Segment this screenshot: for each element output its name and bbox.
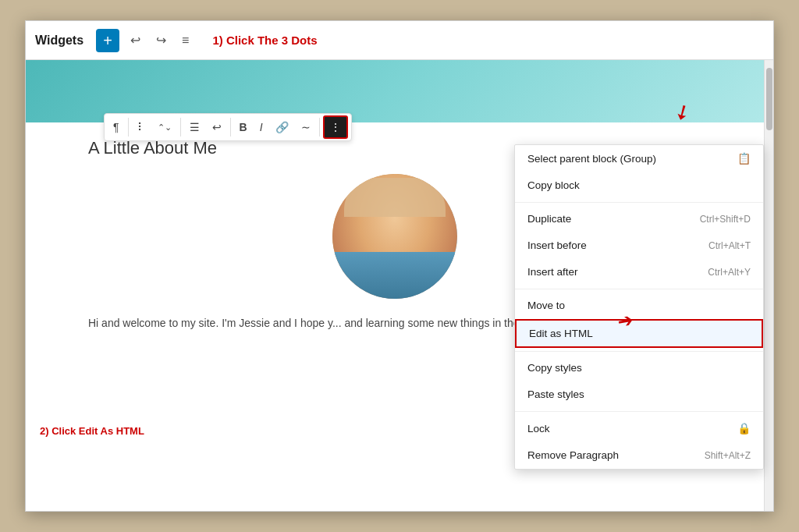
block-toolbar: ¶ ⠇ ⌃⌄ ☰ ↩ B I 🔗 ∼ ⋮	[104, 113, 352, 141]
hyperlink-button[interactable]: 🔗	[270, 117, 294, 137]
ctx-remove-paragraph-label: Remove Paragraph	[527, 449, 619, 461]
redo-button[interactable]: ↪	[151, 30, 171, 51]
annotation-2: 2) Click Edit As HTML	[40, 425, 144, 437]
ctx-copy-styles-label: Copy styles	[527, 362, 582, 374]
ctx-move-to[interactable]: Move to	[515, 293, 763, 319]
ctx-remove-paragraph-shortcut: Shift+Alt+Z	[705, 450, 751, 461]
annotation-1: 1) Click The 3 Dots	[212, 34, 317, 47]
ctx-select-parent-label: Select parent block (Group)	[527, 153, 656, 165]
copy-icon: 📋	[737, 152, 751, 165]
context-menu: Select parent block (Group) 📋 Copy block…	[514, 144, 764, 470]
toolbar-divider-4	[319, 118, 320, 137]
ctx-duplicate-label: Duplicate	[527, 213, 571, 225]
move-button[interactable]: ⌃⌄	[152, 119, 177, 137]
lock-icon: 🔒	[737, 422, 751, 434]
ctx-separator-1	[515, 202, 763, 203]
ctx-edit-as-html-label: Edit as HTML	[529, 328, 593, 339]
ctx-lock[interactable]: Lock 🔒	[515, 415, 763, 442]
ctx-duplicate[interactable]: Duplicate Ctrl+Shift+D	[515, 206, 763, 232]
more-button[interactable]: ∼	[296, 117, 316, 137]
top-bar: Widgets + ↩ ↪ ≡ 1) Click The 3 Dots	[26, 21, 773, 60]
ctx-insert-before-shortcut: Ctrl+Alt+T	[708, 240, 751, 251]
ctx-edit-as-html[interactable]: Edit as HTML	[515, 319, 763, 348]
scrollbar-track[interactable]	[764, 60, 773, 511]
undo-button[interactable]: ↩	[126, 30, 145, 51]
italic-button[interactable]: I	[254, 117, 268, 137]
window-title: Widgets	[35, 34, 83, 48]
drag-handle-button[interactable]: ⠇	[132, 117, 151, 137]
ctx-separator-3	[515, 351, 763, 352]
link-button[interactable]: ↩	[207, 117, 227, 137]
ctx-insert-after[interactable]: Insert after Ctrl+Alt+Y	[515, 259, 763, 286]
ctx-insert-after-label: Insert after	[527, 266, 578, 278]
toolbar-divider-3	[230, 118, 231, 137]
ctx-separator-2	[515, 289, 763, 289]
ctx-insert-before-label: Insert before	[527, 239, 587, 251]
align-button[interactable]: ☰	[184, 117, 205, 137]
ctx-copy-block-label: Copy block	[527, 179, 580, 191]
ctx-remove-paragraph[interactable]: Remove Paragraph Shift+Alt+Z	[515, 442, 763, 469]
list-view-button[interactable]: ≡	[177, 30, 194, 51]
main-area: ¶ ⠇ ⌃⌄ ☰ ↩ B I 🔗 ∼ ⋮ A Little About Me	[26, 60, 773, 511]
add-button[interactable]: +	[96, 29, 119, 52]
scrollbar-thumb[interactable]	[766, 68, 772, 130]
ctx-insert-before[interactable]: Insert before Ctrl+Alt+T	[515, 232, 763, 259]
ctx-paste-styles-label: Paste styles	[527, 388, 584, 400]
ctx-duplicate-shortcut: Ctrl+Shift+D	[700, 214, 751, 225]
options-button[interactable]: ⋮	[323, 115, 348, 139]
ctx-move-to-label: Move to	[527, 300, 565, 311]
bold-button[interactable]: B	[234, 117, 253, 137]
toolbar-divider-2	[180, 118, 181, 137]
toolbar-divider-1	[128, 118, 129, 137]
profile-image-inner	[332, 174, 457, 299]
ctx-select-parent[interactable]: Select parent block (Group) 📋	[515, 145, 763, 172]
ctx-separator-4	[515, 411, 763, 412]
main-window: Widgets + ↩ ↪ ≡ 1) Click The 3 Dots ¶ ⠇ …	[25, 20, 774, 512]
ctx-copy-block[interactable]: Copy block	[515, 172, 763, 199]
ctx-copy-styles[interactable]: Copy styles	[515, 355, 763, 381]
ctx-insert-after-shortcut: Ctrl+Alt+Y	[708, 267, 751, 278]
block-type-button[interactable]: ¶	[108, 117, 125, 137]
profile-image	[332, 174, 457, 299]
ctx-paste-styles[interactable]: Paste styles	[515, 381, 763, 408]
ctx-lock-label: Lock	[527, 423, 550, 434]
